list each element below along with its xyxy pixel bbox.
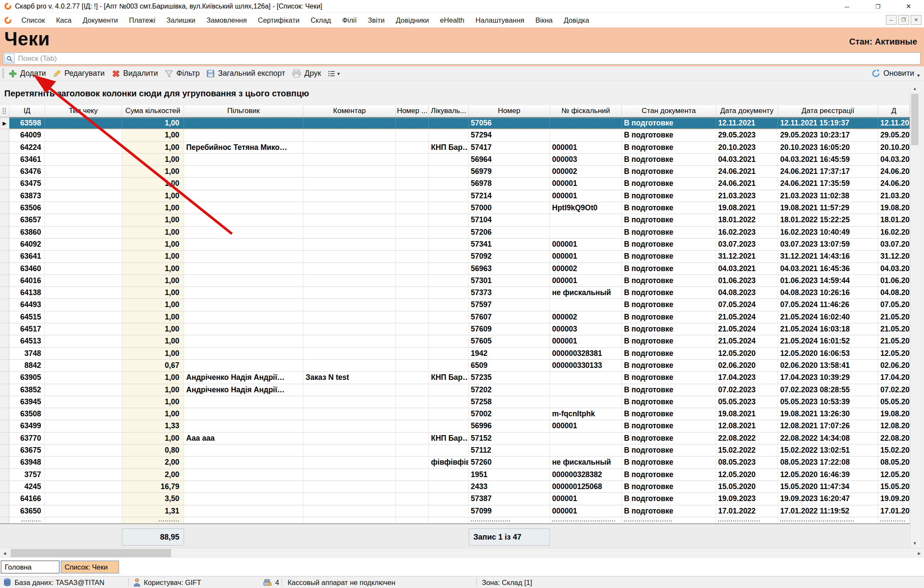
table-row[interactable]: 638731,0057214000001В подготовке21.03.20… xyxy=(0,190,910,202)
cell-stan: В подготовке xyxy=(622,311,716,323)
scroll-right-icon[interactable]: ► xyxy=(915,548,924,558)
column-header-d2[interactable]: Дата реєстрації xyxy=(778,105,878,117)
cell-pilg xyxy=(184,263,303,275)
table-row[interactable]: 639482,00фівфівфів57260не фискальныйВ по… xyxy=(0,457,910,469)
column-header-nomer[interactable]: Номер xyxy=(469,105,550,117)
table-row[interactable]: 640161,0057301000001В подготовке01.06.20… xyxy=(0,275,910,287)
refresh-caret-icon[interactable]: ▾ xyxy=(917,72,920,78)
column-header-sum[interactable]: Сума кількостей xyxy=(122,105,184,117)
table-row[interactable]: 638601,0057206В подготовке16.02.202316.0… xyxy=(0,227,910,239)
table-row[interactable]: 640921,0057341000001В подготовке03.07.20… xyxy=(0,239,910,251)
menu-item-10[interactable]: Звіти xyxy=(362,13,390,27)
menu-item-14[interactable]: Вікна xyxy=(530,13,558,27)
table-row[interactable]: ▶635981,0057056В подготовке12.11.202112.… xyxy=(0,117,910,129)
table-row[interactable]: 636411,0057092000001В подготовке31.12.20… xyxy=(0,251,910,263)
menu-item-15[interactable]: Довідка xyxy=(558,13,594,27)
cell-nomer: 57260 xyxy=(469,457,550,468)
cell-nomer: 56963 xyxy=(469,263,550,275)
table-row[interactable]: 636750,8057112В подготовке15.02.202215.0… xyxy=(0,445,910,457)
close-button[interactable] xyxy=(893,0,924,13)
export-button[interactable]: Загальний експорт xyxy=(206,69,285,78)
table-row[interactable]: 645131,0057605000001В подготовке21.05.20… xyxy=(0,335,910,347)
table-row[interactable]: 37481,001942000000328381В подготовке12.0… xyxy=(0,348,910,360)
search-icon[interactable] xyxy=(4,54,15,63)
table-row[interactable]: 636571,0057104В подготовке18.01.202218.0… xyxy=(0,214,910,226)
delete-button[interactable]: Видалити xyxy=(112,69,158,78)
column-list-button[interactable] xyxy=(328,70,340,78)
print-button[interactable]: Друк xyxy=(292,69,321,78)
cell-nomer: 57609 xyxy=(469,323,550,335)
cell-d2: 04.03.2021 16:45:59 xyxy=(778,154,878,165)
table-row[interactable]: 88420,676509000000330133В подготовке02.0… xyxy=(0,360,910,372)
column-header-type[interactable]: Тип чеку xyxy=(45,105,122,117)
edit-button[interactable]: Редагувати xyxy=(53,69,104,78)
menu-item-7[interactable]: Сертифікати xyxy=(253,13,305,27)
cell-nomer: 57152 xyxy=(469,433,550,444)
menu-item-2[interactable]: Каса xyxy=(51,13,77,27)
menu-item-5[interactable]: Залишки xyxy=(161,13,201,27)
cell-sum: 1,00 xyxy=(122,299,184,310)
table-row[interactable]: 640091,0057294В подготовке29.05.202329.0… xyxy=(0,129,910,141)
menu-item-6[interactable]: Замовлення xyxy=(201,13,253,27)
table-row[interactable]: 634601,0056963000002В подготовке04.03.20… xyxy=(0,263,910,275)
table-row[interactable]: 637701,00Ааа аааКНП Бар…57152В подготовк… xyxy=(0,433,910,445)
minimize-button[interactable] xyxy=(832,0,862,13)
menu-item-11[interactable]: Довідники xyxy=(390,13,434,27)
search-input[interactable] xyxy=(15,53,920,64)
vertical-scrollbar[interactable]: ▲ ▼ xyxy=(910,84,919,548)
menu-item-9[interactable]: Філії xyxy=(336,13,362,27)
tab-home[interactable]: Головна xyxy=(1,561,59,573)
menu-item-4[interactable]: Платежі xyxy=(124,13,161,27)
mdi-restore-button[interactable] xyxy=(898,15,909,25)
table-row[interactable]: 634991,3356996000001В подготовке12.08.20… xyxy=(0,420,910,432)
refresh-button[interactable]: Оновити ▾ xyxy=(871,68,920,78)
menu-item-8[interactable]: Склад xyxy=(305,13,337,27)
table-row[interactable]: 634611,0056964000003В подготовке04.03.20… xyxy=(0,154,910,166)
table-row[interactable]: 636501,3157099000001В подготовке17.01.20… xyxy=(0,505,910,517)
column-header-id[interactable]: ІД xyxy=(9,105,45,117)
column-header-stan[interactable]: Стан документа xyxy=(622,105,716,117)
hscroll-thumb[interactable] xyxy=(11,549,171,557)
menu-item-3[interactable]: Документи xyxy=(77,13,123,27)
database-icon xyxy=(3,578,11,587)
column-header-d1[interactable]: Дата документу xyxy=(716,105,778,117)
table-row[interactable]: 641381,0057373не фискальныйВ подготовке0… xyxy=(0,287,910,299)
table-row[interactable]: 635061,0057000Hptl9kQ9Ot0В подготовке19.… xyxy=(0,202,910,214)
horizontal-scrollbar[interactable]: ◄ ► xyxy=(0,548,924,558)
vscroll-thumb[interactable] xyxy=(911,94,918,145)
column-header-fiscal[interactable]: № фіскальний xyxy=(550,105,622,117)
column-header-d3[interactable]: Д xyxy=(878,105,910,117)
add-button[interactable]: Додати xyxy=(9,69,46,78)
table-row[interactable]: 639451,0057258В подготовке05.05.202305.0… xyxy=(0,396,910,408)
table-row[interactable]: 634751,0056978000001В подготовке24.06.20… xyxy=(0,178,910,190)
table-row[interactable]: 639051,00Андріченко Надія Андрії…Заказ N… xyxy=(0,372,910,384)
scroll-up-icon[interactable]: ▲ xyxy=(910,84,919,93)
column-header-nomer2[interactable]: Номер ... xyxy=(396,105,429,117)
tab-list-cheki[interactable]: Список: Чеки xyxy=(61,561,119,573)
filter-button[interactable]: Фільтр xyxy=(165,69,199,78)
scroll-down-icon[interactable]: ▼ xyxy=(910,539,919,548)
table-row[interactable]: 644931,0057597В подготовке07.05.202407.0… xyxy=(0,299,910,311)
table-row[interactable]: 634761,0056979000002В подготовке24.06.20… xyxy=(0,166,910,178)
table-row[interactable]: 642241,00Перебийнос Тетяна Мико…КНП Бар…… xyxy=(0,142,910,154)
restore-button[interactable] xyxy=(862,0,893,13)
toolbar-grip[interactable] xyxy=(2,69,4,79)
cell-id: 63852 xyxy=(9,384,45,396)
column-header-koment[interactable]: Коментар xyxy=(303,105,396,117)
mdi-minimize-button[interactable] xyxy=(886,15,897,25)
row-indicator xyxy=(0,335,9,347)
column-header-likuval[interactable]: Лікуваль... xyxy=(429,105,469,117)
column-header-pilg[interactable]: Пільговик xyxy=(184,105,303,117)
scroll-left-icon[interactable]: ◄ xyxy=(0,548,9,558)
table-row[interactable]: 638521,00Андріченко Надія Андрії…57202В … xyxy=(0,384,910,396)
menu-item-13[interactable]: Налаштування xyxy=(470,13,530,27)
menu-item-1[interactable]: Список xyxy=(16,13,51,27)
table-row[interactable]: 641663,5057387000001В подготовке19.09.20… xyxy=(0,493,910,505)
table-row[interactable]: 645151,0057607000002В подготовке21.05.20… xyxy=(0,311,910,323)
mdi-close-button[interactable] xyxy=(911,15,921,25)
table-row[interactable]: 635081,0057002m-fqcnItphkВ подготовке19.… xyxy=(0,408,910,420)
table-row[interactable]: 645171,0057609000003В подготовке21.05.20… xyxy=(0,323,910,335)
menu-item-12[interactable]: eHealth xyxy=(434,13,470,27)
table-row[interactable]: 424516,792433000000125068В подготовке15.… xyxy=(0,481,910,493)
table-row[interactable]: 37572,001951000000328382В подготовке12.0… xyxy=(0,469,910,481)
